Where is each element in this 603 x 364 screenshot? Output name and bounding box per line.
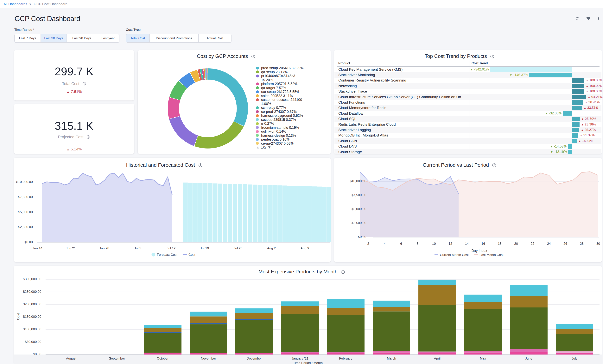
- svg-text:14: 14: [465, 242, 469, 245]
- svg-text:$2,500.00: $2,500.00: [351, 221, 366, 225]
- svg-text:$0.00: $0.00: [358, 235, 366, 239]
- svg-text:$5,000.00: $5,000.00: [351, 207, 366, 211]
- svg-text:October: October: [157, 357, 169, 360]
- svg-text:Cost: Cost: [16, 313, 20, 320]
- svg-text:Jun 14: Jun 14: [32, 246, 42, 250]
- svg-text:20: 20: [514, 242, 518, 245]
- svg-text:Day Index: Day Index: [471, 249, 487, 253]
- svg-text:$100,000.00: $100,000.00: [23, 327, 41, 331]
- svg-text:Forecast Cost: Forecast Cost: [157, 253, 177, 256]
- svg-text:Jul 12: Jul 12: [167, 246, 175, 250]
- svg-text:September: September: [109, 357, 125, 360]
- svg-text:$150,000.00: $150,000.00: [23, 315, 41, 319]
- svg-text:Jul 19: Jul 19: [200, 246, 209, 250]
- svg-text:$200,000.00: $200,000.00: [23, 302, 41, 306]
- svg-text:Time Period / Month: Time Period / Month: [293, 361, 323, 364]
- svg-text:$5,000.00: $5,000.00: [18, 210, 33, 214]
- svg-text:24: 24: [547, 242, 551, 245]
- svg-text:February: February: [339, 357, 352, 360]
- svg-text:$50,000.00: $50,000.00: [25, 340, 41, 344]
- svg-text:$7,500.00: $7,500.00: [351, 193, 366, 197]
- svg-text:January '21: January '21: [291, 357, 308, 360]
- svg-text:$10,000.00: $10,000.00: [16, 180, 33, 184]
- svg-text:12: 12: [449, 242, 452, 245]
- svg-text:26: 26: [563, 242, 567, 245]
- svg-text:$2,500.00: $2,500.00: [18, 225, 33, 229]
- svg-text:December: December: [247, 357, 262, 360]
- svg-text:$300,000.00: $300,000.00: [23, 277, 41, 281]
- svg-text:Jul 5: Jul 5: [134, 246, 141, 250]
- svg-text:June: June: [525, 357, 533, 360]
- svg-text:November: November: [201, 357, 216, 360]
- svg-text:Cost: Cost: [188, 253, 195, 256]
- svg-text:10: 10: [432, 242, 436, 245]
- svg-text:$10,000.00: $10,000.00: [350, 179, 366, 183]
- svg-text:Jun 21: Jun 21: [66, 246, 76, 250]
- svg-text:16: 16: [481, 242, 485, 245]
- svg-text:2: 2: [367, 242, 369, 245]
- svg-text:$250,000.00: $250,000.00: [23, 290, 41, 294]
- svg-text:March: March: [387, 357, 396, 360]
- svg-text:July: July: [572, 357, 578, 360]
- svg-text:$0.00: $0.00: [33, 352, 41, 356]
- svg-text:8: 8: [417, 242, 418, 245]
- svg-text:Aug 2: Aug 2: [267, 246, 276, 250]
- svg-text:$0.00: $0.00: [24, 240, 33, 244]
- svg-text:August: August: [66, 357, 76, 360]
- svg-text:$7,500.00: $7,500.00: [18, 195, 33, 199]
- svg-text:April: April: [434, 357, 441, 360]
- svg-text:Last Month Cost: Last Month Cost: [479, 253, 504, 257]
- svg-text:Jul 26: Jul 26: [234, 246, 242, 250]
- svg-text:22: 22: [531, 242, 534, 245]
- svg-text:Current Month Cost: Current Month Cost: [440, 253, 469, 257]
- svg-text:4: 4: [384, 242, 385, 245]
- svg-text:Jun 28: Jun 28: [99, 246, 109, 250]
- svg-text:Aug 9: Aug 9: [301, 246, 309, 250]
- svg-text:30: 30: [596, 242, 600, 245]
- svg-text:28: 28: [580, 242, 584, 245]
- svg-text:May: May: [480, 357, 486, 360]
- svg-text:6: 6: [400, 242, 402, 245]
- svg-text:18: 18: [498, 242, 501, 245]
